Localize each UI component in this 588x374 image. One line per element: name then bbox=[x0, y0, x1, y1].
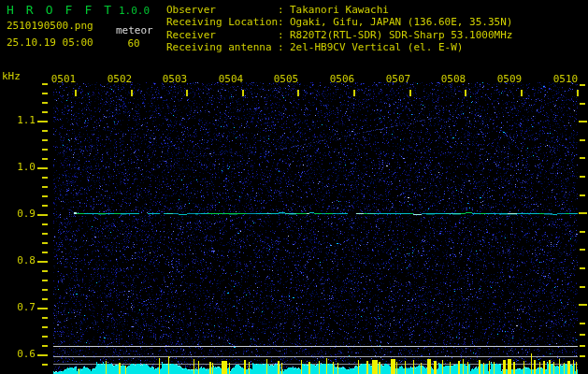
freq-right-tick bbox=[580, 323, 585, 324]
time-tick bbox=[521, 90, 523, 96]
freq-right-tick bbox=[580, 176, 585, 178]
time-tick bbox=[186, 90, 188, 96]
freq-major-tick bbox=[37, 214, 46, 216]
time-label: 0507 bbox=[384, 74, 412, 85]
freq-minor-tick bbox=[42, 233, 48, 235]
time-label: 0503 bbox=[161, 74, 189, 85]
freq-minor-tick bbox=[42, 252, 48, 253]
freq-right-tick bbox=[580, 249, 585, 251]
time-label: 0509 bbox=[495, 74, 523, 85]
freq-right-tick bbox=[579, 121, 587, 122]
time-label: 0510 bbox=[552, 74, 580, 85]
time-label: 0508 bbox=[439, 74, 467, 85]
freq-label: 0.6 bbox=[6, 349, 36, 360]
freq-minor-tick bbox=[42, 139, 48, 141]
freq-minor-tick bbox=[42, 177, 48, 179]
freq-right-tick bbox=[579, 212, 587, 214]
time-tick bbox=[465, 90, 466, 96]
freq-right-tick bbox=[580, 139, 585, 141]
freq-right-tick bbox=[579, 304, 587, 306]
time-label: 0501 bbox=[50, 74, 78, 85]
time-tick bbox=[242, 90, 244, 96]
freq-right-tick bbox=[580, 355, 585, 357]
freq-right-tick bbox=[580, 231, 585, 233]
freq-minor-tick bbox=[42, 345, 48, 347]
freq-major-tick bbox=[37, 261, 46, 263]
freq-minor-tick bbox=[42, 130, 48, 132]
time-label: 0505 bbox=[272, 74, 300, 85]
freq-minor-tick bbox=[42, 270, 48, 272]
freq-minor-tick bbox=[42, 298, 48, 300]
hrofft-output-image: { "colors": { "green": "#00c832", "yello… bbox=[0, 0, 588, 374]
freq-right-tick bbox=[580, 194, 585, 196]
freq-label: 1.1 bbox=[6, 115, 36, 126]
freq-right-tick bbox=[580, 345, 585, 347]
freq-minor-tick bbox=[42, 102, 48, 104]
freq-major-tick bbox=[37, 121, 46, 122]
freq-right-tick bbox=[580, 286, 585, 288]
time-label: 0506 bbox=[328, 74, 356, 85]
freq-label: 0.8 bbox=[6, 255, 36, 266]
time-label: 0504 bbox=[217, 74, 245, 85]
freq-major-tick bbox=[37, 308, 46, 309]
axis-layer: 1.11.00.90.80.70.60501050205030504050505… bbox=[0, 0, 588, 374]
freq-minor-tick bbox=[42, 149, 48, 151]
freq-minor-tick bbox=[42, 205, 48, 207]
freq-minor-tick bbox=[42, 93, 48, 94]
freq-minor-tick bbox=[42, 326, 48, 328]
freq-major-tick bbox=[37, 354, 46, 356]
freq-right-tick bbox=[580, 84, 585, 86]
time-tick bbox=[297, 90, 299, 96]
time-tick bbox=[577, 90, 579, 96]
freq-right-tick bbox=[580, 267, 585, 269]
freq-label: 0.7 bbox=[6, 302, 36, 313]
freq-minor-tick bbox=[42, 223, 48, 225]
freq-label: 0.9 bbox=[6, 209, 36, 220]
freq-label: 1.0 bbox=[6, 162, 36, 173]
freq-minor-tick bbox=[42, 336, 48, 338]
time-tick bbox=[131, 90, 133, 96]
freq-minor-tick bbox=[42, 158, 48, 160]
freq-minor-tick bbox=[42, 195, 48, 197]
time-label: 0502 bbox=[106, 74, 134, 85]
freq-minor-tick bbox=[42, 111, 48, 113]
freq-minor-tick bbox=[42, 83, 48, 85]
time-tick bbox=[353, 90, 355, 96]
freq-minor-tick bbox=[42, 289, 48, 291]
freq-minor-tick bbox=[42, 364, 48, 366]
freq-minor-tick bbox=[42, 317, 48, 319]
time-tick bbox=[75, 90, 77, 96]
time-tick bbox=[409, 90, 411, 96]
freq-major-tick bbox=[37, 167, 46, 169]
freq-minor-tick bbox=[42, 242, 48, 244]
freq-minor-tick bbox=[42, 186, 48, 188]
freq-minor-tick bbox=[42, 280, 48, 281]
freq-right-tick bbox=[580, 103, 585, 105]
freq-right-tick bbox=[580, 334, 585, 336]
freq-right-tick bbox=[580, 157, 585, 159]
